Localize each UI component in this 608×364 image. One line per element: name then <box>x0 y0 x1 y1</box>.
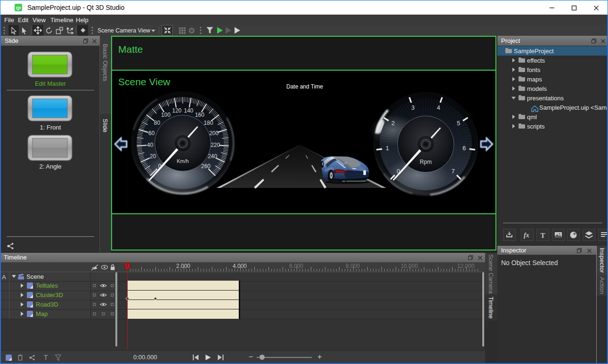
svg-text:5: 5 <box>457 120 460 127</box>
svg-text:maps: maps <box>527 76 542 83</box>
svg-text:Road3D: Road3D <box>36 301 58 308</box>
svg-text:Map: Map <box>36 310 48 317</box>
svg-text:SampleProject.uip <Sample: SampleProject.uip <Sample <box>539 104 608 111</box>
svg-text:240: 240 <box>208 153 217 160</box>
svg-text:Scene: Scene <box>26 273 44 280</box>
svg-text:Rpm: Rpm <box>420 159 431 165</box>
svg-text:60: 60 <box>148 130 155 137</box>
svg-text:220: 220 <box>211 142 220 148</box>
svg-text:3: 3 <box>411 104 414 111</box>
svg-text:20: 20 <box>150 153 156 160</box>
svg-text:qml: qml <box>527 113 537 121</box>
svg-text:Telltales: Telltales <box>36 282 58 289</box>
svg-text:6: 6 <box>462 145 466 152</box>
svg-text:scripts: scripts <box>527 123 545 130</box>
svg-text:80: 80 <box>154 120 161 126</box>
svg-text:1: 1 <box>386 145 389 152</box>
svg-text:2: 2 <box>391 120 395 127</box>
svg-text:effects: effects <box>527 57 545 64</box>
svg-text:140: 140 <box>184 107 193 114</box>
svg-text:100: 100 <box>161 112 170 118</box>
svg-text:200: 200 <box>209 130 219 137</box>
svg-text:160: 160 <box>195 112 204 118</box>
svg-text:fx: fx <box>524 232 529 239</box>
svg-text:Date and Time: Date and Time <box>286 83 323 90</box>
svg-text:SampleProject: SampleProject <box>514 48 554 55</box>
svg-text:4: 4 <box>437 104 440 111</box>
svg-text:260: 260 <box>201 163 211 170</box>
svg-text:Cluster3D: Cluster3D <box>36 291 63 299</box>
svg-text:40: 40 <box>147 142 154 148</box>
svg-text:presentations: presentations <box>527 95 564 102</box>
svg-text:180: 180 <box>204 120 213 126</box>
svg-text:fonts: fonts <box>527 66 541 73</box>
svg-text:7: 7 <box>451 168 454 175</box>
svg-text:120: 120 <box>172 107 181 114</box>
svg-text:T: T <box>541 232 545 239</box>
svg-text:models: models <box>527 85 547 92</box>
svg-text:Km/h: Km/h <box>177 158 189 164</box>
